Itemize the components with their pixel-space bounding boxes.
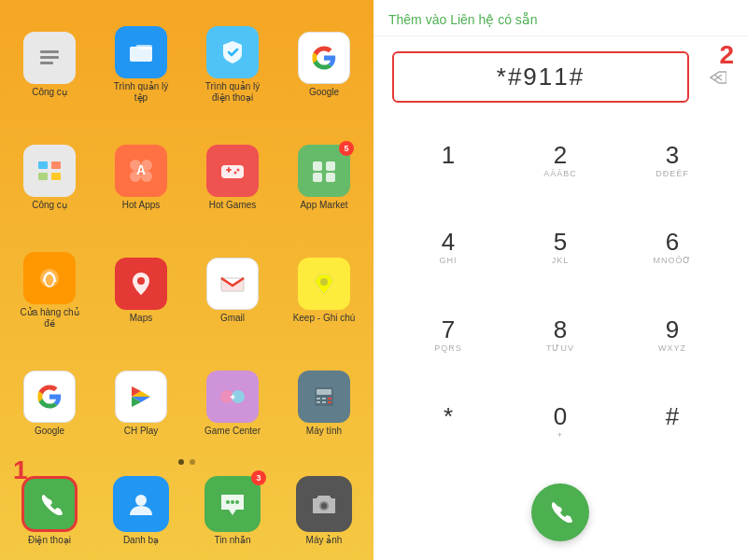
app-maps[interactable]: Maps bbox=[99, 235, 183, 346]
app-label-store: Cửa hàng chủ đề bbox=[16, 307, 83, 329]
dock-danh-ba[interactable]: Danh bạ bbox=[99, 476, 183, 545]
key-main-2: 3 bbox=[666, 143, 679, 167]
app-icon-calc bbox=[298, 371, 350, 423]
dock-tin-nhan[interactable]: 3 Tin nhắn bbox=[190, 476, 275, 545]
app-icon-filemgr bbox=[115, 26, 167, 78]
app-label-chplay: CH Play bbox=[124, 426, 159, 437]
app-label-filemgr: Trình quản lý tệp bbox=[107, 81, 175, 104]
key-2[interactable]: 2AĂÂBC bbox=[504, 118, 616, 205]
key-sub-10: + bbox=[557, 430, 563, 441]
app-hot-apps[interactable]: A Hot Apps bbox=[99, 128, 183, 228]
app-cong-cu-2[interactable]: Công cụ bbox=[7, 128, 92, 228]
svg-rect-37 bbox=[328, 401, 331, 403]
dialer-header-text: Thêm vào Liên hệ có sẵn bbox=[388, 12, 538, 27]
app-icon-store bbox=[23, 252, 76, 304]
dock-may-anh[interactable]: Máy ảnh bbox=[282, 476, 366, 545]
key-#[interactable]: # bbox=[616, 380, 728, 468]
key-main-1: 2 bbox=[554, 143, 567, 167]
dialer-header: Thêm vào Liên hệ có sẵn bbox=[374, 0, 747, 36]
key-main-3: 4 bbox=[442, 230, 455, 254]
app-label-keep: Keep - Ghi chú bbox=[293, 313, 356, 324]
svg-point-24 bbox=[137, 277, 145, 285]
key-8[interactable]: 8TƯUV bbox=[504, 292, 616, 380]
app-app-market[interactable]: 5 App Market bbox=[282, 128, 366, 228]
app-label-cong-cu-2: Công cụ bbox=[32, 200, 67, 211]
svg-point-16 bbox=[237, 169, 240, 172]
key-main-4: 5 bbox=[554, 230, 567, 254]
app-cong-cu-1[interactable]: Công cụ bbox=[7, 9, 92, 120]
app-phone-mgr[interactable]: Trình quản lý điện thoại bbox=[190, 9, 275, 120]
key-main-8: 9 bbox=[666, 317, 679, 342]
app-icon-maps bbox=[115, 258, 167, 310]
svg-point-26 bbox=[320, 278, 328, 286]
key-sub-4: JKL bbox=[552, 256, 570, 267]
app-label-google-1: Google bbox=[309, 87, 339, 98]
call-button[interactable] bbox=[531, 483, 589, 541]
page-dots bbox=[7, 454, 366, 470]
app-calc[interactable]: Máy tính bbox=[282, 354, 366, 454]
key-5[interactable]: 5JKL bbox=[504, 205, 616, 293]
app-chplay[interactable]: CH Play bbox=[99, 354, 183, 454]
key-*[interactable]: * bbox=[392, 380, 504, 468]
key-sub-7: TƯUV bbox=[546, 343, 574, 355]
app-market-badge: 5 bbox=[339, 141, 354, 156]
svg-point-39 bbox=[226, 500, 230, 504]
svg-rect-35 bbox=[317, 401, 320, 403]
svg-point-38 bbox=[135, 495, 147, 506]
app-keep[interactable]: Keep - Ghi chú bbox=[282, 235, 366, 346]
key-main-6: 7 bbox=[442, 317, 455, 342]
svg-rect-6 bbox=[38, 173, 48, 180]
key-main-9: * bbox=[444, 404, 453, 428]
svg-point-43 bbox=[321, 503, 327, 509]
right-panel: Thêm vào Liên hệ có sẵn *#911# 2 12AĂÂBC… bbox=[374, 0, 747, 560]
key-sub-1: AĂÂBC bbox=[543, 169, 577, 180]
left-panel: Công cụ Trình quản lý tệp Trình quản lý … bbox=[0, 0, 374, 560]
app-file-mgr[interactable]: Trình quản lý tệp bbox=[99, 9, 183, 120]
key-6[interactable]: 6MNOÔƠ bbox=[616, 205, 728, 293]
key-main-5: 6 bbox=[666, 230, 679, 254]
app-icon-google bbox=[298, 32, 350, 84]
svg-rect-20 bbox=[313, 173, 322, 182]
app-label-app-market: App Market bbox=[300, 200, 347, 211]
svg-rect-34 bbox=[328, 398, 331, 399]
key-1[interactable]: 1 bbox=[392, 118, 504, 205]
app-label-gmail: Gmail bbox=[220, 313, 245, 324]
app-icon-googleg bbox=[23, 371, 76, 423]
dock-label-camera: Máy ảnh bbox=[306, 535, 343, 545]
app-hot-games[interactable]: Hot Games bbox=[190, 128, 275, 228]
app-game-center[interactable]: ✦ Game Center bbox=[190, 354, 275, 454]
key-sub-6: PQRS bbox=[434, 343, 462, 355]
app-store[interactable]: Cửa hàng chủ đề bbox=[7, 235, 92, 346]
step-label-2: 2 bbox=[719, 40, 734, 70]
dock-icon-phone bbox=[21, 476, 78, 532]
svg-rect-0 bbox=[40, 50, 59, 53]
key-3[interactable]: 3DĐEÊF bbox=[616, 118, 728, 205]
svg-rect-19 bbox=[326, 161, 335, 171]
svg-text:A: A bbox=[136, 162, 146, 177]
key-0[interactable]: 0+ bbox=[504, 380, 616, 468]
dialer-number-display: *#911# bbox=[392, 51, 689, 103]
app-googleg[interactable]: Google bbox=[7, 354, 92, 454]
app-icon-chplay bbox=[115, 371, 167, 423]
app-icon-gmail bbox=[206, 258, 259, 310]
app-google[interactable]: Google bbox=[282, 9, 366, 120]
svg-rect-18 bbox=[313, 161, 322, 171]
dock-icon-camera bbox=[296, 476, 352, 532]
dock-icon-messages: 3 bbox=[204, 476, 261, 532]
dot-2 bbox=[190, 459, 195, 465]
dock-dien-thoai[interactable]: Điện thoại bbox=[7, 476, 92, 545]
key-main-11: # bbox=[666, 404, 679, 428]
svg-point-17 bbox=[234, 172, 237, 175]
app-label-maps: Maps bbox=[130, 313, 152, 324]
app-label-googleg: Google bbox=[35, 426, 64, 437]
svg-rect-2 bbox=[40, 62, 53, 64]
svg-rect-31 bbox=[317, 389, 331, 395]
app-gmail[interactable]: Gmail bbox=[190, 235, 275, 346]
dot-1 bbox=[178, 459, 184, 465]
key-4[interactable]: 4GHI bbox=[392, 205, 504, 293]
key-9[interactable]: 9WXYZ bbox=[616, 292, 728, 380]
key-7[interactable]: 7PQRS bbox=[392, 292, 504, 380]
key-main-0: 1 bbox=[442, 143, 455, 167]
messages-badge: 3 bbox=[251, 470, 266, 485]
app-icon-tools bbox=[23, 32, 76, 84]
